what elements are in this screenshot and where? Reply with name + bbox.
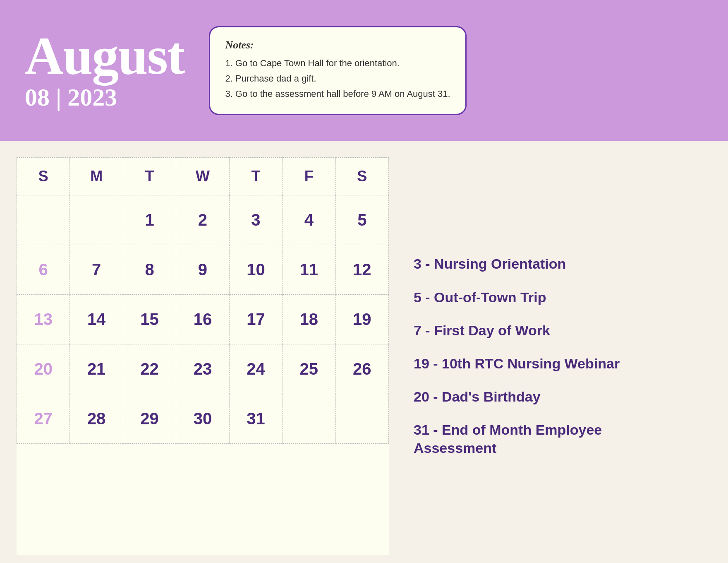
dow-fri: F — [283, 158, 335, 195]
calendar-cell-1-6: 12 — [335, 245, 388, 295]
calendar-cell-3-3: 23 — [176, 344, 229, 394]
calendar-cell-4-6 — [335, 394, 388, 444]
calendar-cell-4-1: 28 — [70, 394, 123, 444]
calendar-header-row: S M T W T F S — [17, 158, 389, 195]
event-item-0: 3 - Nursing Orientation — [414, 247, 687, 280]
event-item-5: 31 - End of Month Employee Assessment — [414, 413, 687, 464]
calendar-cell-4-2: 29 — [123, 394, 176, 444]
calendar-cell-0-1 — [70, 195, 123, 245]
calendar-cell-2-0: 13 — [17, 295, 70, 344]
event-item-3: 19 - 10th RTC Nursing Webinar — [414, 347, 687, 380]
calendar-cell-2-2: 15 — [123, 295, 176, 344]
header: August 08 | 2023 Notes: 1. Go to Cape To… — [0, 0, 728, 141]
calendar-cell-0-2: 1 — [123, 195, 176, 245]
dow-thu: T — [229, 158, 282, 195]
calendar-cell-0-0 — [17, 195, 70, 245]
calendar-body: 1234567891011121314151617181920212223242… — [17, 195, 389, 444]
calendar-cell-4-5 — [283, 394, 335, 444]
calendar-cell-2-5: 18 — [283, 295, 335, 344]
calendar-cell-3-2: 22 — [123, 344, 176, 394]
calendar-cell-3-6: 26 — [335, 344, 388, 394]
note-item-1: 1. Go to Cape Town Hall for the orientat… — [225, 56, 450, 70]
calendar-cell-2-3: 16 — [176, 295, 229, 344]
calendar-cell-0-3: 2 — [176, 195, 229, 245]
calendar-cell-4-3: 30 — [176, 394, 229, 444]
calendar-cell-1-2: 8 — [123, 245, 176, 295]
calendar-cell-1-4: 10 — [229, 245, 282, 295]
calendar-cell-3-4: 24 — [229, 344, 282, 394]
calendar-cell-2-6: 19 — [335, 295, 388, 344]
month-date: 08 | 2023 — [25, 82, 184, 112]
calendar-cell-0-6: 5 — [335, 195, 388, 245]
calendar-row-1: 6789101112 — [17, 245, 389, 295]
calendar-cell-4-0: 27 — [17, 394, 70, 444]
calendar-cell-4-4: 31 — [229, 394, 282, 444]
dow-sun: S — [17, 158, 70, 195]
event-item-1: 5 - Out-of-Town Trip — [414, 281, 687, 314]
month-name: August — [25, 29, 184, 82]
events-section: 3 - Nursing Orientation 5 - Out-of-Town … — [389, 157, 711, 555]
calendar-cell-1-1: 7 — [70, 245, 123, 295]
month-title: August 08 | 2023 — [25, 29, 184, 112]
calendar-row-3: 20212223242526 — [17, 344, 389, 394]
dow-tue: T — [123, 158, 176, 195]
calendar-row-2: 13141516171819 — [17, 295, 389, 344]
dow-wed: W — [176, 158, 229, 195]
calendar-cell-0-4: 3 — [229, 195, 282, 245]
calendar-cell-3-1: 21 — [70, 344, 123, 394]
calendar-cell-3-5: 25 — [283, 344, 335, 394]
event-item-4: 20 - Dad's Birthday — [414, 380, 687, 413]
calendar-cell-2-1: 14 — [70, 295, 123, 344]
calendar-cell-1-0: 6 — [17, 245, 70, 295]
calendar-table: S M T W T F S 12345678910111213141516171… — [17, 157, 389, 444]
calendar-cell-1-3: 9 — [176, 245, 229, 295]
calendar-row-4: 2728293031 — [17, 394, 389, 444]
calendar-cell-1-5: 11 — [283, 245, 335, 295]
calendar-cell-3-0: 20 — [17, 344, 70, 394]
calendar-row-0: 12345 — [17, 195, 389, 245]
calendar-cell-2-4: 17 — [229, 295, 282, 344]
event-item-2: 7 - First Day of Work — [414, 314, 687, 347]
notes-title: Notes: — [225, 39, 450, 51]
dow-sat: S — [335, 158, 388, 195]
calendar-cell-0-5: 4 — [283, 195, 335, 245]
main-content: S M T W T F S 12345678910111213141516171… — [0, 141, 728, 563]
notes-box: Notes: 1. Go to Cape Town Hall for the o… — [209, 26, 466, 115]
note-item-3: 3. Go to the assessment hall before 9 AM… — [225, 87, 450, 101]
notes-list: 1. Go to Cape Town Hall for the orientat… — [225, 56, 450, 101]
dow-mon: M — [70, 158, 123, 195]
calendar-section: S M T W T F S 12345678910111213141516171… — [17, 157, 389, 555]
note-item-2: 2. Purchase dad a gift. — [225, 72, 450, 85]
